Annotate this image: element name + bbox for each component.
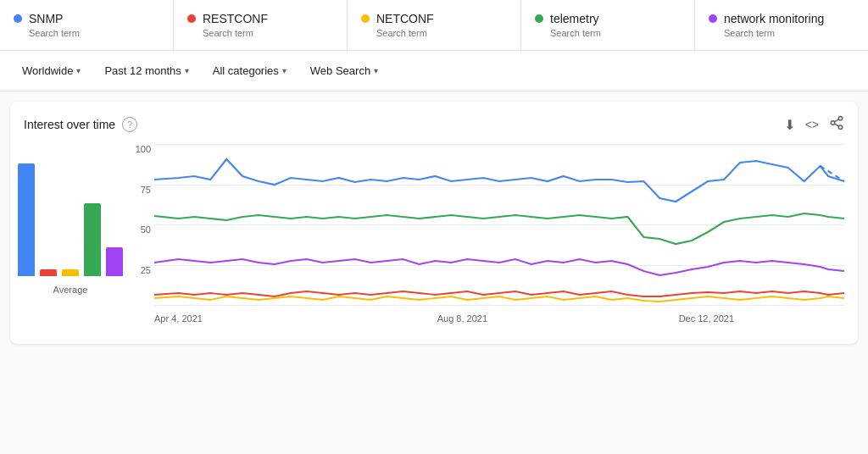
chart-title: Interest over time: [24, 118, 115, 131]
y-label-25: 25: [127, 265, 151, 275]
line-chart: 100 75 50 25: [127, 144, 844, 330]
bar-restconf: [40, 269, 57, 276]
snmp-dot: [14, 14, 22, 23]
search-type-filter[interactable]: Web Search ▾: [302, 59, 387, 82]
x-label-apr: Apr 4, 2021: [154, 313, 203, 324]
telemetry-dot: [535, 14, 543, 23]
term-snmp: SNMP Search term: [0, 0, 174, 50]
x-axis-labels: Apr 4, 2021 Aug 8, 2021 Dec 12, 2021: [154, 307, 844, 330]
term-telemetry: telemetry Search term: [521, 0, 695, 50]
network-monitoring-sub: Search term: [724, 28, 854, 38]
grid-line-0: [154, 305, 844, 306]
average-label: Average: [53, 285, 88, 295]
network-monitoring-label: network monitoring: [724, 12, 824, 25]
svg-line-3: [834, 124, 838, 126]
chart-body: Average 100 75 50 25: [24, 144, 844, 330]
svg-point-1: [831, 121, 835, 125]
date-range-chevron-icon: ▾: [185, 66, 189, 75]
snmp-line: [154, 159, 844, 202]
snmp-sub: Search term: [29, 28, 159, 38]
categories-filter[interactable]: All categories ▾: [204, 59, 295, 82]
chart-actions: ⬇ <>: [784, 115, 844, 134]
categories-chevron-icon: ▾: [282, 66, 287, 75]
restconf-sub: Search term: [203, 28, 333, 38]
telemetry-sub: Search term: [550, 28, 681, 38]
y-label-75: 75: [127, 185, 151, 195]
y-axis-labels: 100 75 50 25: [127, 144, 154, 305]
telemetry-label: telemetry: [550, 12, 599, 25]
download-icon[interactable]: ⬇: [784, 117, 795, 133]
term-network-monitoring: network monitoring Search term: [695, 0, 868, 50]
netconf-sub: Search term: [376, 28, 507, 38]
x-label-dec: Dec 12, 2021: [679, 313, 734, 324]
telemetry-line: [154, 213, 844, 244]
trend-lines-svg: [154, 144, 844, 305]
help-icon[interactable]: ?: [122, 117, 137, 132]
network-monitoring-dot: [709, 14, 717, 23]
term-netconf: NETCONF Search term: [348, 0, 521, 50]
bar-snmp: [18, 163, 35, 276]
search-terms-bar: SNMP Search term RESTCONF Search term NE…: [0, 0, 868, 51]
y-label-100: 100: [127, 144, 151, 154]
chart-plot-area: [154, 144, 844, 305]
y-label-50: 50: [127, 224, 151, 235]
average-bar-chart: Average: [24, 144, 117, 330]
restconf-label: RESTCONF: [203, 12, 268, 25]
worldwide-filter[interactable]: Worldwide ▾: [14, 59, 89, 82]
netconf-line: [154, 296, 844, 302]
interest-over-time-section: Interest over time ? ⬇ <> Average: [10, 102, 858, 344]
restconf-dot: [187, 14, 196, 23]
bar-netconf: [62, 269, 79, 276]
date-range-filter[interactable]: Past 12 months ▾: [96, 59, 197, 82]
x-label-aug: Aug 8, 2021: [437, 313, 487, 324]
chart-header: Interest over time ? ⬇ <>: [24, 115, 844, 134]
netconf-label: NETCONF: [376, 12, 434, 25]
svg-line-4: [834, 119, 838, 122]
network-monitoring-line: [154, 259, 844, 275]
filter-bar: Worldwide ▾ Past 12 months ▾ All categor…: [0, 51, 868, 91]
worldwide-chevron-icon: ▾: [76, 66, 81, 75]
bar-network-monitoring: [106, 247, 123, 276]
chart-title-area: Interest over time ?: [24, 117, 137, 132]
embed-icon[interactable]: <>: [805, 118, 819, 131]
netconf-dot: [361, 14, 370, 23]
bar-telemetry: [84, 203, 101, 276]
share-icon[interactable]: [829, 115, 844, 134]
search-type-chevron-icon: ▾: [374, 66, 378, 75]
bars-container: [18, 144, 123, 280]
svg-point-0: [838, 117, 843, 121]
term-restconf: RESTCONF Search term: [174, 0, 348, 50]
snmp-line-dashed: [821, 166, 844, 181]
snmp-label: SNMP: [29, 12, 63, 25]
svg-point-2: [838, 125, 843, 130]
